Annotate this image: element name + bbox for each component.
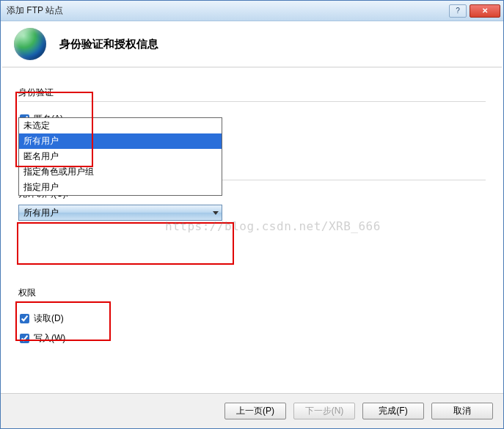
dialog-header: 身份验证和授权信息 (1, 21, 503, 67)
finish-button[interactable]: 完成(F) (362, 403, 424, 419)
dialog-body: 身份验证 匿名(A) 基本(B) 授权 允许访问(C): 所有用户 未选定 所有… (1, 67, 503, 372)
next-button: 下一步(N) (293, 403, 355, 419)
prev-button[interactable]: 上一页(P) (224, 403, 286, 419)
read-checkbox-row[interactable]: 读取(D) (18, 309, 486, 329)
window-title: 添加 FTP 站点 (7, 4, 449, 17)
dialog-window: 添加 FTP 站点 ? ✕ 身份验证和授权信息 身份验证 匿名(A) 基本(B)… (0, 0, 504, 429)
dialog-footer: 上一页(P) 下一步(N) 完成(F) 取消 (1, 393, 503, 428)
permissions-block: 权限 读取(D) 写入(W) (18, 287, 486, 348)
authorization-group: 授权 允许访问(C): 所有用户 未选定 所有用户 匿名用户 指定角色或用户组 … (18, 165, 486, 348)
dropdown-item-all-users[interactable]: 所有用户 (19, 133, 222, 149)
dropdown-item-anon-users[interactable]: 匿名用户 (19, 149, 222, 164)
page-title: 身份验证和授权信息 (59, 37, 158, 51)
globe-icon (14, 28, 46, 60)
write-label: 写入(W) (34, 332, 65, 345)
dropdown-item-unselected[interactable]: 未选定 (19, 118, 222, 133)
select-value: 所有用户 (23, 207, 59, 219)
read-label: 读取(D) (34, 312, 64, 325)
permissions-legend: 权限 (18, 287, 486, 301)
read-checkbox[interactable] (20, 314, 29, 323)
titlebar-buttons: ? ✕ (449, 4, 500, 18)
allow-access-select[interactable]: 所有用户 (18, 205, 222, 221)
dropdown-item-users[interactable]: 指定用户 (19, 180, 222, 195)
write-checkbox[interactable] (20, 334, 29, 343)
allow-access-dropdown: 未选定 所有用户 匿名用户 指定角色或用户组 指定用户 (18, 117, 222, 196)
help-button[interactable]: ? (449, 4, 467, 18)
write-checkbox-row[interactable]: 写入(W) (18, 329, 486, 348)
titlebar: 添加 FTP 站点 ? ✕ (1, 1, 503, 21)
close-button[interactable]: ✕ (470, 4, 500, 18)
authentication-legend: 身份验证 (18, 87, 486, 102)
chevron-down-icon (213, 211, 219, 215)
dropdown-item-roles[interactable]: 指定角色或用户组 (19, 164, 222, 180)
cancel-button[interactable]: 取消 (431, 403, 493, 419)
